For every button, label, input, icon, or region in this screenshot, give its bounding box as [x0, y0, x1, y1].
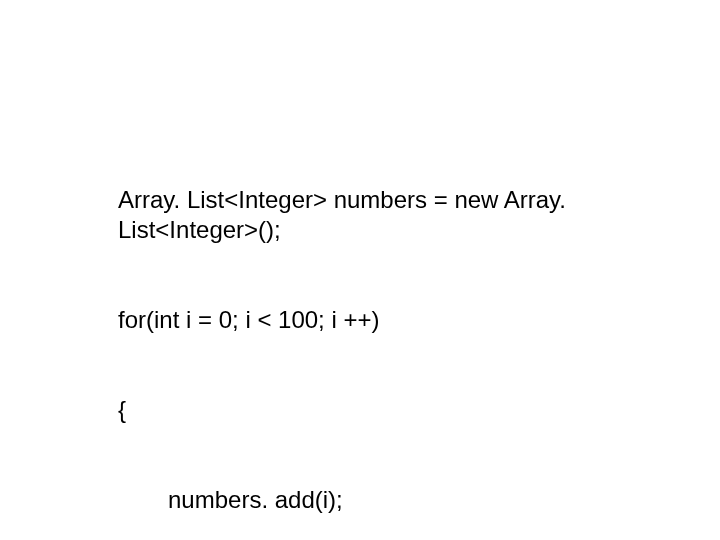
code-line-4: numbers. add(i); — [118, 485, 620, 515]
code-line-1: Array. List<Integer> numbers = new Array… — [118, 185, 620, 245]
code-snippet: Array. List<Integer> numbers = new Array… — [118, 125, 620, 540]
code-line-2: for(int i = 0; i < 100; i ++) — [118, 305, 620, 335]
code-line-3: { — [118, 395, 620, 425]
